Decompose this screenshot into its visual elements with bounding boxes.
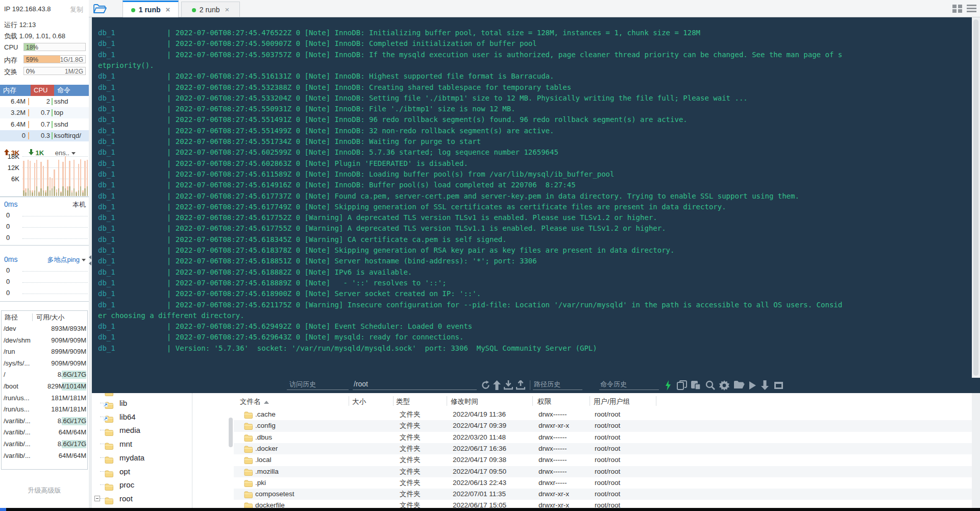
tree-scrollbar[interactable] bbox=[229, 418, 233, 447]
file-row-.local[interactable]: .local文件夹2022/04/17 09:38drwx------root/… bbox=[234, 454, 972, 466]
search-icon[interactable] bbox=[705, 380, 715, 390]
download-arrow-icon[interactable] bbox=[761, 380, 769, 390]
service-name: db_1 bbox=[98, 235, 167, 244]
net-down-bar bbox=[45, 192, 46, 196]
tab-close-icon[interactable]: × bbox=[166, 5, 170, 14]
column-header-2[interactable]: 类型 bbox=[396, 397, 410, 406]
log-message-wrap: etpriority(). bbox=[98, 61, 154, 69]
lightning-icon[interactable] bbox=[665, 380, 671, 391]
terminal-scrollbar[interactable] bbox=[972, 17, 980, 508]
column-header-5[interactable]: 用户/用户组 bbox=[594, 397, 630, 406]
run-icon[interactable] bbox=[749, 381, 756, 390]
file-folder bbox=[244, 445, 253, 452]
disk-path: /run bbox=[4, 346, 15, 357]
tree-item-root[interactable]: root bbox=[92, 492, 234, 505]
net-ytick: 12K bbox=[2, 164, 19, 172]
column-header-4[interactable]: 权限 bbox=[537, 397, 551, 406]
disk-row: /sys/fs/...909M/909M bbox=[2, 358, 87, 369]
tree-expander-icon[interactable] bbox=[94, 496, 100, 501]
interface-dropdown-icon[interactable] bbox=[71, 152, 76, 155]
net-down-bar bbox=[38, 192, 40, 196]
meter-bar-1: 59%1G/1.8G bbox=[23, 55, 86, 63]
tree-item-mydata[interactable]: mydata bbox=[92, 451, 234, 465]
file-row-.pki[interactable]: .pki文件夹2022/06/13 22:43drwxr-----root/ro… bbox=[234, 477, 972, 489]
file-manager-folder-icon[interactable] bbox=[93, 4, 107, 14]
refresh-icon[interactable] bbox=[481, 380, 491, 390]
column-header-3[interactable]: 修改时间 bbox=[451, 397, 478, 406]
sort-ascending-icon[interactable] bbox=[264, 401, 269, 404]
tree-item-lib[interactable]: lib bbox=[92, 396, 234, 410]
file-row-dockerfile[interactable]: dockerfile文件夹2022/06/17 15:05drwxr-xr-xr… bbox=[234, 500, 972, 508]
service-name: db_1 bbox=[98, 268, 167, 276]
grid-view-icon[interactable] bbox=[952, 5, 963, 13]
terminal-line: db_1 | 2022-07-06T08:27:45.618889Z 0 [No… bbox=[98, 278, 447, 288]
download-icon[interactable] bbox=[504, 380, 513, 390]
file-row-.cache[interactable]: .cache文件夹2022/04/19 11:36drwx------root/… bbox=[234, 409, 972, 420]
copy-button[interactable]: 复制 bbox=[70, 5, 83, 14]
file-name: .config bbox=[255, 420, 276, 431]
tree-item-opt[interactable]: opt bbox=[92, 465, 234, 478]
terminal-line: db_1 | 2022-07-06T08:27:45.618900Z 0 [No… bbox=[98, 288, 481, 299]
ping-dropdown-icon[interactable] bbox=[82, 259, 86, 261]
tree-item-proc[interactable]: proc bbox=[92, 478, 234, 492]
ping-value: 0 bbox=[6, 278, 10, 285]
tab-2-runb[interactable]: 2 runb× bbox=[181, 2, 240, 17]
scrollbar-thumb[interactable] bbox=[973, 19, 978, 376]
column-header-0[interactable]: 文件名 bbox=[240, 397, 269, 406]
net-down-bar bbox=[50, 190, 51, 196]
file-row-.mozilla[interactable]: .mozilla文件夹2022/04/17 09:50drwx------roo… bbox=[234, 466, 972, 477]
log-message: | 2022-07-06T08:27:45.618851Z 0 [Note] S… bbox=[167, 257, 537, 265]
disk-size: 829M/1014M bbox=[47, 381, 86, 392]
ping-line bbox=[22, 271, 88, 272]
path-input[interactable]: /root bbox=[353, 380, 477, 390]
log-message-wrap: er choosing a different directory. bbox=[98, 311, 244, 320]
command-history-dropdown[interactable]: 命令历史 bbox=[599, 380, 659, 390]
cpu-tick-icon bbox=[52, 98, 53, 105]
copy-icon[interactable] bbox=[677, 380, 687, 390]
file-row-.docker[interactable]: .docker文件夹2022/06/17 16:36drwx------root… bbox=[234, 443, 972, 454]
log-message: | 2022-07-06T08:27:45.551491Z 0 [Note] I… bbox=[167, 115, 688, 124]
open-folder-icon[interactable] bbox=[733, 380, 745, 390]
file-row-.config[interactable]: .config文件夹2022/04/17 09:39drwxr-xr-xroot… bbox=[234, 420, 972, 431]
interface-select[interactable]: ens.. bbox=[55, 149, 69, 157]
process-row[interactable]: 6.4M0.7sshd bbox=[0, 119, 89, 130]
service-name: db_1 bbox=[98, 224, 167, 232]
file-mtime: 2022/04/17 09:38 bbox=[453, 454, 506, 466]
terminal-line: db_1 | 2022-07-06T08:27:45.617755Z 0 [Wa… bbox=[98, 223, 666, 234]
net-down-bar bbox=[76, 192, 77, 196]
file-owner: root/root bbox=[595, 500, 620, 508]
process-row[interactable]: 6.4M2sshd bbox=[0, 96, 89, 107]
file-row-composetest[interactable]: composetest文件夹2022/07/01 11:35drwxr-xr-x… bbox=[234, 489, 972, 500]
tab-close-icon[interactable]: × bbox=[225, 5, 229, 14]
up-directory-icon[interactable] bbox=[493, 380, 501, 390]
collapse-left-icon[interactable] bbox=[89, 261, 91, 265]
tab-1-runb[interactable]: 1 runb× bbox=[122, 1, 179, 17]
window-icon[interactable] bbox=[774, 382, 783, 389]
log-message: | 2022-07-06T08:27:45.500907Z 0 [Note] I… bbox=[167, 39, 537, 47]
terminal-output[interactable]: db_1 | 2022-07-06T08:27:45.476522Z 0 [No… bbox=[92, 17, 972, 378]
tree-item-media[interactable]: media bbox=[92, 423, 234, 437]
net-down-bar bbox=[60, 192, 62, 196]
collapse-left-icon[interactable] bbox=[89, 255, 91, 259]
log-message: | Version: '5.7.36' socket: '/var/run/my… bbox=[167, 344, 597, 352]
menu-icon[interactable] bbox=[967, 5, 976, 13]
tree-item-lib64[interactable]: lib64 bbox=[92, 410, 234, 424]
file-mtime: 2022/06/17 15:05 bbox=[453, 500, 506, 508]
column-header-1[interactable]: 大小 bbox=[352, 397, 366, 406]
ping-target-select[interactable]: 多地点ping bbox=[47, 255, 86, 264]
net-down-bar bbox=[74, 188, 75, 196]
upgrade-link[interactable]: 升级高级版 bbox=[0, 486, 89, 495]
paste-icon[interactable] bbox=[691, 380, 701, 390]
load-label: 负载 bbox=[4, 32, 17, 40]
file-row-.dbus[interactable]: .dbus文件夹2022/03/20 11:48drwx------root/r… bbox=[234, 432, 972, 443]
tree-item-mnt[interactable]: mnt bbox=[92, 437, 234, 451]
uptime-value: 12:13 bbox=[19, 21, 36, 29]
access-history-dropdown[interactable]: 访问历史 bbox=[287, 380, 349, 390]
process-row[interactable]: 3.2M0.7top bbox=[0, 107, 89, 118]
upload-icon[interactable] bbox=[516, 380, 525, 390]
process-command: sshd bbox=[54, 119, 89, 130]
settings-gear-icon[interactable] bbox=[719, 380, 729, 391]
disk-row: /var/lib/...8.6G/17G bbox=[2, 439, 87, 450]
process-row[interactable]: 00.3ksoftirqd/ bbox=[0, 130, 89, 141]
path-history-dropdown[interactable]: 路径历史 bbox=[533, 380, 582, 390]
